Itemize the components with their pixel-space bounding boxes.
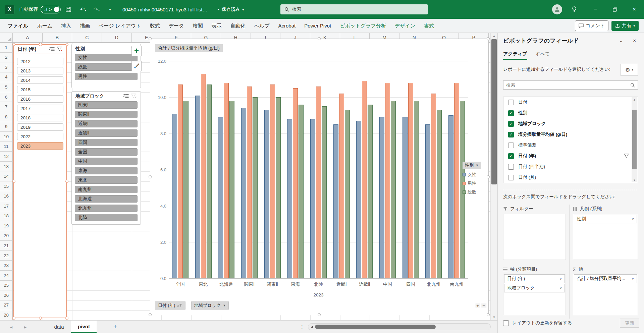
restore-button[interactable] xyxy=(605,0,625,19)
slicer-item-2016[interactable]: 2016 xyxy=(17,95,63,103)
bar-総数-四国[interactable] xyxy=(414,101,419,278)
legend-entry-女性[interactable]: 女性 xyxy=(463,172,476,178)
more-options-icon[interactable]: ⋮ xyxy=(300,321,305,333)
area-item-日付 (年)[interactable]: 日付 (年)˅ xyxy=(504,274,565,283)
bar-男性-北海道[interactable] xyxy=(224,83,229,278)
row-header-14[interactable]: 14 xyxy=(0,171,13,181)
field-checkbox[interactable]: ✓ xyxy=(508,110,514,116)
bar-総数-北陸[interactable] xyxy=(322,106,327,278)
pane-collapse-chevron-icon[interactable]: ⌄ xyxy=(619,38,623,44)
values-area-box[interactable]: 合計 / 塩分摂取量平均...˅ xyxy=(573,274,638,315)
field-checkbox[interactable]: ✓ xyxy=(508,132,514,137)
row-header-17[interactable]: 17 xyxy=(0,201,13,211)
row-header-21[interactable]: 21 xyxy=(0,241,13,251)
pivot-chart[interactable]: 合計 / 塩分摂取量平均値 (g/日) 0.02.04.06.08.010.01… xyxy=(150,39,489,315)
row-header-26[interactable]: 26 xyxy=(0,290,13,300)
slicer-item-2013[interactable]: 2013 xyxy=(17,67,63,74)
sheet-prev-arrow-icon[interactable]: ◂ xyxy=(10,321,12,333)
row-header-5[interactable]: 5 xyxy=(0,82,13,92)
slicer-item-近畿Ⅰ[interactable]: 近畿Ⅰ xyxy=(75,120,138,127)
legend-area-box[interactable]: 性別˅ xyxy=(573,214,638,260)
ribbon-tab-10[interactable]: 自動化 xyxy=(226,19,250,33)
bar-女性-近畿Ⅱ[interactable] xyxy=(356,121,361,278)
field-item-地域ブロック[interactable]: ✓地域ブロック xyxy=(503,118,638,129)
bar-女性-関東Ⅱ[interactable] xyxy=(264,110,269,278)
slicer-item-総数[interactable]: 総数 xyxy=(75,63,138,71)
sheet-tab-data[interactable]: data xyxy=(47,321,71,333)
ribbon-tab-4[interactable]: 描画 xyxy=(75,19,94,33)
field-list-scrollbar[interactable]: ▲ ▼ xyxy=(632,97,637,182)
axis-field-button-date[interactable]: 日付 (年) xyxy=(155,301,185,310)
bar-男性-東北[interactable] xyxy=(201,74,206,278)
account-avatar[interactable] xyxy=(552,4,562,14)
field-checkbox[interactable] xyxy=(508,175,514,180)
ribbon-tab-2[interactable]: ホーム xyxy=(33,19,57,33)
share-button[interactable]: 共有 ▾ xyxy=(611,21,639,31)
bar-男性-南九州[interactable] xyxy=(454,83,459,278)
field-checkbox[interactable] xyxy=(508,164,514,170)
selection-handle[interactable] xyxy=(149,175,152,178)
bar-男性-全国[interactable] xyxy=(178,85,183,278)
field-checkbox[interactable] xyxy=(508,143,514,148)
document-title[interactable]: 00450-mhlw-00450171-hyo3-full-list… xyxy=(122,7,207,12)
bar-女性-中国[interactable] xyxy=(379,117,384,278)
bar-女性-北海道[interactable] xyxy=(218,117,223,278)
ribbon-tab-7[interactable]: データ xyxy=(164,19,189,33)
chart-styles-brush-button[interactable] xyxy=(131,61,142,71)
bar-総数-北九州[interactable] xyxy=(437,110,442,278)
area-item-性別[interactable]: 性別˅ xyxy=(574,215,637,223)
slicer-item-関東Ⅰ[interactable]: 関東Ⅰ xyxy=(75,101,138,109)
filters-area-box[interactable] xyxy=(503,214,566,260)
pane-close-icon[interactable]: × xyxy=(633,38,636,43)
row-header-4[interactable]: 4 xyxy=(0,72,13,82)
field-item-日付[interactable]: 日付 xyxy=(503,97,638,108)
slicer-item-北海道[interactable]: 北海道 xyxy=(75,195,138,203)
slicer-date-year[interactable]: 日付 (年) 201220132014201520162017201820192… xyxy=(13,44,67,318)
selection-handle[interactable] xyxy=(318,313,321,316)
row-header-23[interactable]: 23 xyxy=(0,261,13,271)
lightbulb-icon[interactable] xyxy=(572,6,577,13)
field-list[interactable]: ▲ ▼ 日付✓性別✓地域ブロック✓塩分摂取量平均値 (g/日)標準偏差✓日付 (… xyxy=(503,97,638,183)
row-header-10[interactable]: 10 xyxy=(0,132,13,142)
close-button[interactable]: × xyxy=(625,0,644,19)
search-box[interactable]: 検索 xyxy=(280,4,428,14)
fields-search-input[interactable]: 検索 xyxy=(503,80,638,90)
ribbon-tab-11[interactable]: ヘルプ xyxy=(250,19,274,33)
selection-handle[interactable] xyxy=(12,180,15,183)
field-item-性別[interactable]: ✓性別 xyxy=(503,108,638,118)
selection-handle[interactable] xyxy=(318,37,321,40)
selection-handle[interactable] xyxy=(39,43,42,46)
axis-area-box[interactable]: 日付 (年)˅地域ブロック˅ xyxy=(503,274,566,315)
field-item-日付 (月)[interactable]: 日付 (月) xyxy=(503,172,638,183)
slicer-item-女性[interactable]: 女性 xyxy=(75,54,138,61)
row-header-20[interactable]: 20 xyxy=(0,231,13,241)
worksheet-grid[interactable]: ABCDEFGHIJKLMNOP 12345678910111213141516… xyxy=(0,33,490,320)
bar-男性-近畿Ⅱ[interactable] xyxy=(362,81,367,278)
slicer-item-2023[interactable]: 2023 xyxy=(17,142,63,150)
field-item-日付 (四半期)[interactable]: 日付 (四半期) xyxy=(503,161,638,172)
row-header-8[interactable]: 8 xyxy=(0,112,13,122)
bar-総数-東海[interactable] xyxy=(299,105,304,278)
save-icon[interactable] xyxy=(65,6,74,12)
column-header-C[interactable]: C xyxy=(72,33,102,42)
saved-status[interactable]: ● 保存済み ▾ xyxy=(217,6,244,12)
add-sheet-button[interactable]: + xyxy=(113,321,117,333)
slicer-item-北陸[interactable]: 北陸 xyxy=(75,214,138,221)
selection-handle[interactable] xyxy=(65,43,68,46)
row-header-18[interactable]: 18 xyxy=(0,211,13,221)
column-header-A[interactable]: A xyxy=(13,33,43,42)
row-header-25[interactable]: 25 xyxy=(0,281,13,291)
slicer-item-2012[interactable]: 2012 xyxy=(17,58,63,65)
selection-handle[interactable] xyxy=(487,37,490,40)
slicer-item-男性[interactable]: 男性 xyxy=(75,73,138,80)
field-list-scroll-thumb[interactable] xyxy=(632,110,637,169)
field-checkbox[interactable]: ✓ xyxy=(508,121,514,127)
row-header-27[interactable]: 27 xyxy=(0,300,13,311)
slicer-item-2022[interactable]: 2022 xyxy=(17,133,63,140)
selection-handle[interactable] xyxy=(12,317,15,320)
selection-handle[interactable] xyxy=(487,175,490,178)
chart-zoom-out-button[interactable]: − xyxy=(481,303,486,308)
horizontal-scrollbar[interactable]: ◀ xyxy=(308,323,491,330)
bar-総数-近畿Ⅰ[interactable] xyxy=(345,110,350,278)
ribbon-tab-6[interactable]: 数式 xyxy=(146,19,164,33)
